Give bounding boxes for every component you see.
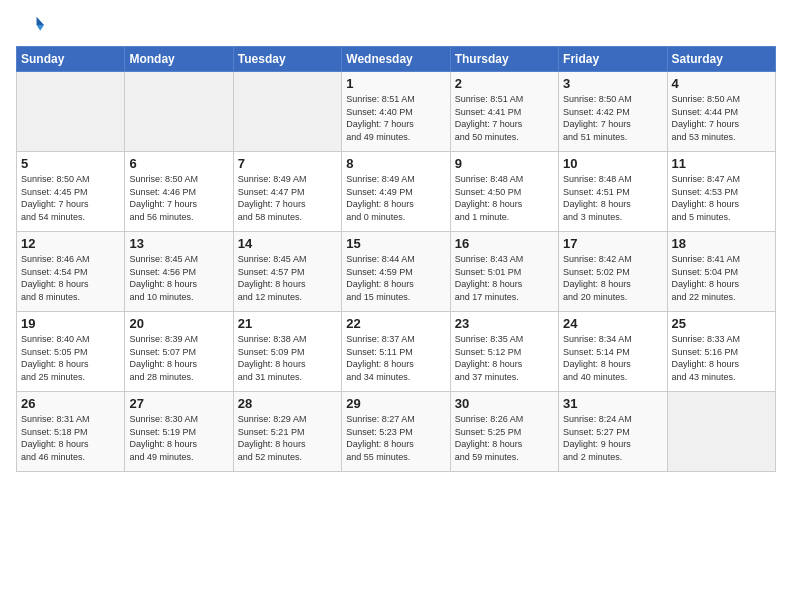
- day-info: Sunrise: 8:38 AM Sunset: 5:09 PM Dayligh…: [238, 333, 337, 383]
- calendar-week-1: 1Sunrise: 8:51 AM Sunset: 4:40 PM Daylig…: [17, 72, 776, 152]
- day-number: 21: [238, 316, 337, 331]
- day-number: 1: [346, 76, 445, 91]
- day-info: Sunrise: 8:37 AM Sunset: 5:11 PM Dayligh…: [346, 333, 445, 383]
- weekday-header-thursday: Thursday: [450, 47, 558, 72]
- day-info: Sunrise: 8:40 AM Sunset: 5:05 PM Dayligh…: [21, 333, 120, 383]
- day-number: 10: [563, 156, 662, 171]
- calendar-cell: 11Sunrise: 8:47 AM Sunset: 4:53 PM Dayli…: [667, 152, 775, 232]
- day-info: Sunrise: 8:46 AM Sunset: 4:54 PM Dayligh…: [21, 253, 120, 303]
- day-number: 22: [346, 316, 445, 331]
- day-info: Sunrise: 8:48 AM Sunset: 4:51 PM Dayligh…: [563, 173, 662, 223]
- day-info: Sunrise: 8:50 AM Sunset: 4:42 PM Dayligh…: [563, 93, 662, 143]
- day-number: 19: [21, 316, 120, 331]
- day-info: Sunrise: 8:29 AM Sunset: 5:21 PM Dayligh…: [238, 413, 337, 463]
- calendar-cell: 30Sunrise: 8:26 AM Sunset: 5:25 PM Dayli…: [450, 392, 558, 472]
- day-number: 6: [129, 156, 228, 171]
- calendar-cell: 18Sunrise: 8:41 AM Sunset: 5:04 PM Dayli…: [667, 232, 775, 312]
- day-info: Sunrise: 8:50 AM Sunset: 4:46 PM Dayligh…: [129, 173, 228, 223]
- day-number: 30: [455, 396, 554, 411]
- calendar-cell: 21Sunrise: 8:38 AM Sunset: 5:09 PM Dayli…: [233, 312, 341, 392]
- day-info: Sunrise: 8:26 AM Sunset: 5:25 PM Dayligh…: [455, 413, 554, 463]
- calendar-cell: 7Sunrise: 8:49 AM Sunset: 4:47 PM Daylig…: [233, 152, 341, 232]
- day-info: Sunrise: 8:42 AM Sunset: 5:02 PM Dayligh…: [563, 253, 662, 303]
- calendar-cell: 1Sunrise: 8:51 AM Sunset: 4:40 PM Daylig…: [342, 72, 450, 152]
- calendar-cell: 2Sunrise: 8:51 AM Sunset: 4:41 PM Daylig…: [450, 72, 558, 152]
- calendar-week-3: 12Sunrise: 8:46 AM Sunset: 4:54 PM Dayli…: [17, 232, 776, 312]
- day-info: Sunrise: 8:35 AM Sunset: 5:12 PM Dayligh…: [455, 333, 554, 383]
- day-info: Sunrise: 8:45 AM Sunset: 4:57 PM Dayligh…: [238, 253, 337, 303]
- day-info: Sunrise: 8:30 AM Sunset: 5:19 PM Dayligh…: [129, 413, 228, 463]
- calendar-cell: 10Sunrise: 8:48 AM Sunset: 4:51 PM Dayli…: [559, 152, 667, 232]
- calendar-cell: 27Sunrise: 8:30 AM Sunset: 5:19 PM Dayli…: [125, 392, 233, 472]
- calendar-cell: 31Sunrise: 8:24 AM Sunset: 5:27 PM Dayli…: [559, 392, 667, 472]
- calendar-week-5: 26Sunrise: 8:31 AM Sunset: 5:18 PM Dayli…: [17, 392, 776, 472]
- day-number: 13: [129, 236, 228, 251]
- svg-marker-1: [37, 25, 44, 31]
- calendar-cell: 4Sunrise: 8:50 AM Sunset: 4:44 PM Daylig…: [667, 72, 775, 152]
- day-number: 5: [21, 156, 120, 171]
- day-info: Sunrise: 8:44 AM Sunset: 4:59 PM Dayligh…: [346, 253, 445, 303]
- day-number: 23: [455, 316, 554, 331]
- weekday-header-tuesday: Tuesday: [233, 47, 341, 72]
- day-number: 29: [346, 396, 445, 411]
- day-number: 12: [21, 236, 120, 251]
- day-info: Sunrise: 8:49 AM Sunset: 4:49 PM Dayligh…: [346, 173, 445, 223]
- calendar-cell: 13Sunrise: 8:45 AM Sunset: 4:56 PM Dayli…: [125, 232, 233, 312]
- day-number: 7: [238, 156, 337, 171]
- day-info: Sunrise: 8:34 AM Sunset: 5:14 PM Dayligh…: [563, 333, 662, 383]
- calendar-cell: 9Sunrise: 8:48 AM Sunset: 4:50 PM Daylig…: [450, 152, 558, 232]
- calendar-body: 1Sunrise: 8:51 AM Sunset: 4:40 PM Daylig…: [17, 72, 776, 472]
- calendar-cell: [667, 392, 775, 472]
- calendar-cell: 25Sunrise: 8:33 AM Sunset: 5:16 PM Dayli…: [667, 312, 775, 392]
- calendar-cell: [17, 72, 125, 152]
- weekday-header-saturday: Saturday: [667, 47, 775, 72]
- calendar-week-2: 5Sunrise: 8:50 AM Sunset: 4:45 PM Daylig…: [17, 152, 776, 232]
- day-info: Sunrise: 8:43 AM Sunset: 5:01 PM Dayligh…: [455, 253, 554, 303]
- day-info: Sunrise: 8:51 AM Sunset: 4:41 PM Dayligh…: [455, 93, 554, 143]
- calendar-cell: 6Sunrise: 8:50 AM Sunset: 4:46 PM Daylig…: [125, 152, 233, 232]
- day-number: 27: [129, 396, 228, 411]
- day-info: Sunrise: 8:33 AM Sunset: 5:16 PM Dayligh…: [672, 333, 771, 383]
- day-number: 9: [455, 156, 554, 171]
- day-number: 15: [346, 236, 445, 251]
- day-number: 4: [672, 76, 771, 91]
- calendar-container: SundayMondayTuesdayWednesdayThursdayFrid…: [0, 0, 792, 480]
- day-info: Sunrise: 8:49 AM Sunset: 4:47 PM Dayligh…: [238, 173, 337, 223]
- day-number: 8: [346, 156, 445, 171]
- day-number: 18: [672, 236, 771, 251]
- logo-icon: [16, 12, 44, 40]
- day-number: 11: [672, 156, 771, 171]
- day-number: 20: [129, 316, 228, 331]
- day-number: 24: [563, 316, 662, 331]
- day-number: 16: [455, 236, 554, 251]
- day-number: 14: [238, 236, 337, 251]
- calendar-cell: 28Sunrise: 8:29 AM Sunset: 5:21 PM Dayli…: [233, 392, 341, 472]
- calendar-cell: 19Sunrise: 8:40 AM Sunset: 5:05 PM Dayli…: [17, 312, 125, 392]
- day-info: Sunrise: 8:47 AM Sunset: 4:53 PM Dayligh…: [672, 173, 771, 223]
- calendar-cell: 3Sunrise: 8:50 AM Sunset: 4:42 PM Daylig…: [559, 72, 667, 152]
- calendar-cell: 20Sunrise: 8:39 AM Sunset: 5:07 PM Dayli…: [125, 312, 233, 392]
- weekday-header-monday: Monday: [125, 47, 233, 72]
- day-info: Sunrise: 8:41 AM Sunset: 5:04 PM Dayligh…: [672, 253, 771, 303]
- calendar-table: SundayMondayTuesdayWednesdayThursdayFrid…: [16, 46, 776, 472]
- calendar-cell: 22Sunrise: 8:37 AM Sunset: 5:11 PM Dayli…: [342, 312, 450, 392]
- calendar-cell: 29Sunrise: 8:27 AM Sunset: 5:23 PM Dayli…: [342, 392, 450, 472]
- calendar-cell: 8Sunrise: 8:49 AM Sunset: 4:49 PM Daylig…: [342, 152, 450, 232]
- day-number: 25: [672, 316, 771, 331]
- day-info: Sunrise: 8:50 AM Sunset: 4:44 PM Dayligh…: [672, 93, 771, 143]
- day-number: 31: [563, 396, 662, 411]
- svg-marker-0: [37, 17, 44, 25]
- logo: [16, 12, 48, 40]
- calendar-cell: 14Sunrise: 8:45 AM Sunset: 4:57 PM Dayli…: [233, 232, 341, 312]
- calendar-cell: 15Sunrise: 8:44 AM Sunset: 4:59 PM Dayli…: [342, 232, 450, 312]
- calendar-cell: 5Sunrise: 8:50 AM Sunset: 4:45 PM Daylig…: [17, 152, 125, 232]
- calendar-cell: 26Sunrise: 8:31 AM Sunset: 5:18 PM Dayli…: [17, 392, 125, 472]
- day-number: 17: [563, 236, 662, 251]
- calendar-cell: 16Sunrise: 8:43 AM Sunset: 5:01 PM Dayli…: [450, 232, 558, 312]
- header-row: [16, 12, 776, 40]
- weekday-header-row: SundayMondayTuesdayWednesdayThursdayFrid…: [17, 47, 776, 72]
- day-info: Sunrise: 8:50 AM Sunset: 4:45 PM Dayligh…: [21, 173, 120, 223]
- calendar-cell: [233, 72, 341, 152]
- day-info: Sunrise: 8:48 AM Sunset: 4:50 PM Dayligh…: [455, 173, 554, 223]
- day-number: 3: [563, 76, 662, 91]
